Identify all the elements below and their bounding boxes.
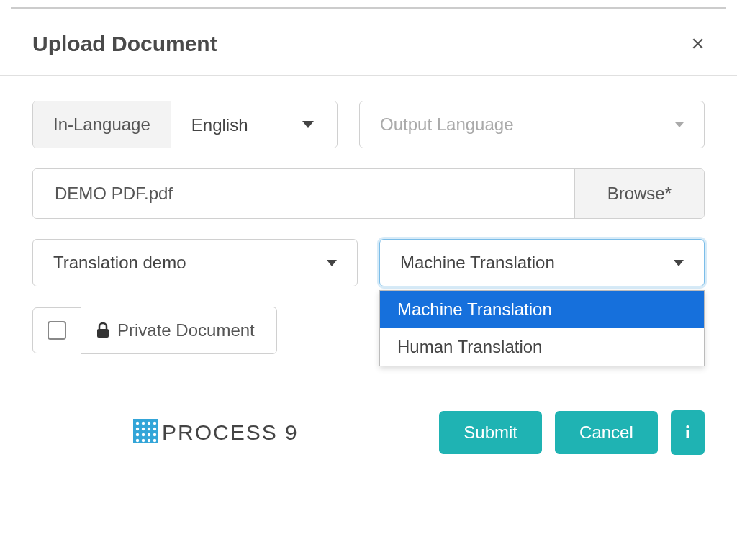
svg-point-15 [142,439,145,442]
project-select[interactable]: Translation demo [32,239,358,286]
chevron-down-icon [327,260,337,266]
modal-title: Upload Document [32,32,217,56]
output-language-select[interactable]: Output Language [359,101,705,148]
private-doc-checkbox[interactable] [48,321,66,340]
svg-point-12 [148,433,150,436]
language-row: In-Language English Output Language [32,101,705,148]
svg-point-5 [153,422,156,425]
brand-text: PROCESS 9 [162,420,299,445]
cancel-button[interactable]: Cancel [555,411,658,454]
modal-footer: PROCESS 9 Submit Cancel i [0,389,737,477]
translation-type-select[interactable]: Machine Translation Machine Translation … [379,239,705,286]
in-language-group: In-Language English [32,101,338,148]
svg-point-6 [136,428,139,430]
chevron-down-icon [675,122,684,127]
output-language-placeholder: Output Language [380,114,514,135]
svg-point-16 [148,439,150,442]
translation-type-dropdown: Machine Translation Human Translation [379,290,705,366]
svg-point-8 [148,428,150,430]
brand-dots-icon [133,419,158,446]
svg-point-3 [142,422,145,425]
svg-point-4 [148,422,150,425]
in-language-select[interactable]: English [171,101,337,148]
file-row-wrapper: Browse* [32,168,705,219]
chevron-down-icon [674,260,684,266]
private-doc-text: Private Document [117,320,255,340]
svg-point-7 [142,428,145,430]
svg-point-17 [153,439,156,442]
svg-point-11 [142,433,145,436]
close-icon[interactable]: × [691,30,705,57]
brand-logo: PROCESS 9 [133,419,299,446]
file-input-group: Browse* [32,168,705,219]
svg-point-9 [153,428,156,430]
info-button[interactable]: i [671,410,705,455]
modal-header: Upload Document × [0,9,737,76]
svg-point-14 [136,439,139,442]
svg-point-2 [136,422,139,425]
dropdown-option-human[interactable]: Human Translation [380,328,704,366]
svg-point-10 [136,433,139,436]
submit-button[interactable]: Submit [439,411,542,454]
svg-point-13 [153,433,156,436]
lock-icon [96,322,110,338]
project-selected-value: Translation demo [53,253,186,273]
file-name-input[interactable] [33,169,574,218]
svg-rect-0 [97,329,109,338]
private-doc-checkbox-wrap [32,307,81,353]
translation-type-selected-value: Machine Translation [400,253,555,273]
browse-button[interactable]: Browse* [574,169,704,218]
in-language-label: In-Language [33,101,171,148]
project-translation-row: Translation demo Machine Translation Mac… [32,239,705,286]
private-doc-label: Private Document [81,307,277,354]
private-doc-group: Private Document [32,307,277,354]
modal-body: In-Language English Output Language Brow… [0,76,737,389]
dropdown-option-machine[interactable]: Machine Translation [380,291,704,328]
